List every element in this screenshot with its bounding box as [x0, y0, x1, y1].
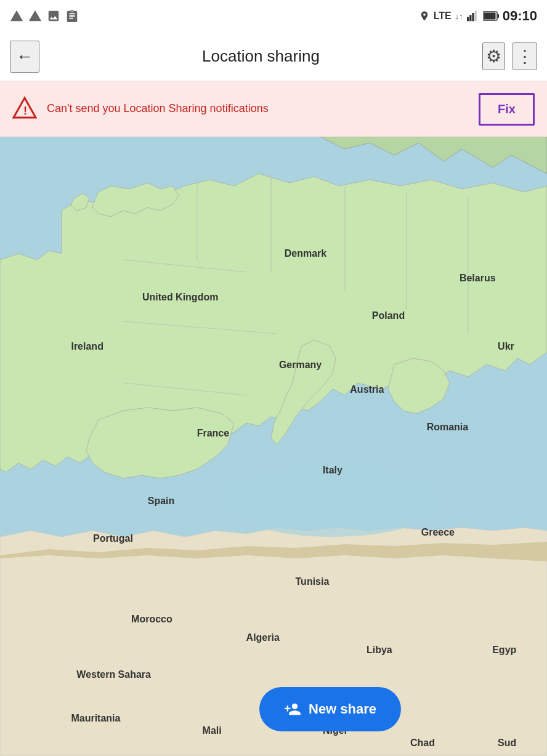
- clipboard-icon: [65, 9, 79, 23]
- status-right-icons: LTE ↓↑ 09:10: [419, 8, 537, 24]
- fix-button[interactable]: Fix: [479, 93, 535, 126]
- signal-icon: [467, 10, 479, 22]
- svg-point-10: [222, 463, 444, 537]
- map-container[interactable]: IrelandUnited KingdomDenmarkBelarusPolan…: [0, 137, 547, 756]
- warning-icon-2: [28, 9, 42, 23]
- lte-label: LTE: [434, 10, 452, 22]
- data-arrows: ↓↑: [455, 12, 463, 21]
- location-icon: [419, 10, 430, 22]
- svg-rect-5: [497, 14, 499, 18]
- more-options-button[interactable]: ⋮: [513, 42, 537, 70]
- image-icon: [47, 9, 60, 23]
- warning-icon-1: [10, 9, 23, 23]
- svg-rect-1: [469, 15, 471, 21]
- error-banner: ! Can't send you Location Sharing notifi…: [0, 81, 547, 137]
- person-add-icon: [284, 701, 301, 718]
- svg-rect-6: [484, 13, 495, 20]
- error-warning-icon: !: [12, 95, 37, 123]
- new-share-label: New share: [309, 701, 376, 717]
- error-message: Can't send you Location Sharing notifica…: [47, 101, 469, 116]
- status-time: 09:10: [503, 8, 537, 24]
- new-share-button[interactable]: New share: [259, 687, 401, 731]
- page-title: Location sharing: [49, 47, 472, 66]
- status-bar: LTE ↓↑ 09:10: [0, 0, 547, 32]
- app-bar-actions: ⚙ ⋮: [482, 42, 537, 70]
- settings-button[interactable]: ⚙: [482, 42, 505, 70]
- svg-text:!: !: [23, 105, 27, 117]
- map-svg: [0, 137, 547, 756]
- svg-rect-0: [467, 17, 469, 22]
- app-bar: ← Location sharing ⚙ ⋮: [0, 32, 547, 81]
- battery-icon: [483, 11, 499, 21]
- svg-rect-3: [474, 11, 476, 22]
- back-button[interactable]: ←: [10, 41, 39, 73]
- svg-rect-2: [472, 13, 474, 21]
- status-left-icons: [10, 9, 79, 23]
